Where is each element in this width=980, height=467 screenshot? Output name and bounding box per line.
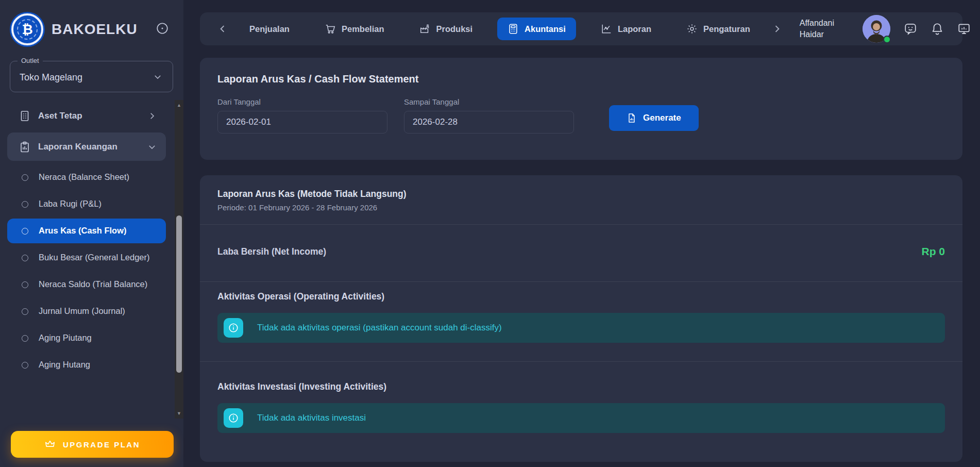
sidebar-item-aset-tetap[interactable]: Aset Tetap [7, 104, 166, 128]
cash-flow-report-card: Laporan Arus Kas (Metode Tidak Langsung)… [200, 175, 962, 462]
radio-bullet-icon [22, 281, 28, 288]
app-name: BAKOELKU [52, 21, 138, 38]
net-income-label: Laba Bersih (Net Income) [217, 246, 326, 257]
operating-empty-banner: Tidak ada aktivitas operasi (pastikan ac… [217, 313, 945, 343]
sidebar-item-laba-rugi[interactable]: Laba Rugi (P&L) [7, 192, 166, 216]
to-date-input[interactable] [404, 111, 574, 134]
info-icon [224, 318, 243, 338]
sidebar: ₿ BAKOELKU Outlet Toko Magelang [0, 0, 183, 467]
from-date-input[interactable] [217, 111, 387, 134]
sidebar-item-neraca-saldo[interactable]: Neraca Saldo (Trial Balance) [7, 272, 166, 297]
top-navbar: Penjualan Pembelian Produksi [200, 12, 962, 45]
sidebar-item-label: Aset Tetap [38, 111, 147, 121]
report-document-icon [627, 113, 637, 123]
sidebar-menu: Aset Tetap Laporan Keuangan Neraca (B [0, 104, 183, 377]
net-income-row: Laba Bersih (Net Income) Rp 0 [200, 225, 962, 281]
from-date-field-group: Dari Tanggal [217, 97, 387, 134]
chevron-right-icon [147, 111, 157, 121]
radio-bullet-icon [22, 228, 28, 235]
investing-empty-banner: Tidak ada aktivitas investasi [217, 403, 945, 433]
radio-bullet-icon [22, 362, 28, 369]
main-area: Penjualan Pembelian Produksi [200, 0, 962, 467]
tab-pengaturan[interactable]: Pengaturan [676, 18, 761, 40]
building-icon [19, 110, 31, 122]
tab-produksi[interactable]: Produksi [409, 18, 483, 40]
radio-bullet-icon [22, 335, 28, 342]
sidebar-scrollbar[interactable]: ▲ ▼ [175, 100, 183, 419]
user-avatar[interactable] [863, 15, 890, 43]
investing-activities-heading: Aktivitas Investasi (Investing Activitie… [217, 381, 945, 392]
sidebar-item-arus-kas[interactable]: Arus Kas (Cash Flow) [7, 219, 166, 243]
report-period: Periode: 01 February 2026 - 28 February … [217, 203, 945, 212]
scrollbar-thumb[interactable] [176, 215, 182, 373]
online-status-dot [883, 36, 891, 43]
sidebar-item-aging-hutang[interactable]: Aging Hutang [7, 353, 166, 377]
chevron-down-icon [153, 72, 162, 81]
filter-form: Dari Tanggal Sampai Tanggal Generate [217, 97, 945, 134]
tab-penjualan[interactable]: Penjualan [239, 19, 300, 40]
outlet-value: Toko Magelang [20, 70, 82, 83]
outlet-selector[interactable]: Outlet Toko Magelang [10, 61, 173, 92]
page-title: Laporan Arus Kas / Cash Flow Statement [217, 73, 945, 85]
nav-scroll-right-icon[interactable] [768, 24, 786, 34]
radio-bullet-icon [22, 201, 28, 208]
operating-activities-heading: Aktivitas Operasi (Operating Activities) [217, 291, 945, 302]
radio-bullet-icon [22, 255, 28, 261]
calculator-icon [508, 23, 519, 35]
radio-bullet-icon [22, 308, 28, 315]
cash-flow-filter-card: Laporan Arus Kas / Cash Flow Statement D… [200, 58, 962, 160]
info-icon [224, 408, 243, 428]
cart-icon [325, 23, 336, 35]
sidebar-item-neraca[interactable]: Neraca (Balance Sheet) [7, 165, 166, 190]
to-date-field-group: Sampai Tanggal [404, 97, 574, 134]
upgrade-plan-label: UPGRADE PLAN [63, 440, 140, 449]
tab-pembelian[interactable]: Pembelian [314, 18, 395, 40]
chart-line-icon [601, 23, 612, 35]
report-header: Laporan Arus Kas (Metode Tidak Langsung)… [200, 175, 962, 224]
net-income-value: Rp 0 [921, 245, 945, 258]
sidebar-collapse-icon[interactable] [156, 22, 169, 35]
user-name: Affandani Haidar [800, 18, 849, 40]
clipboard-icon [19, 141, 31, 153]
scroll-down-icon[interactable]: ▼ [175, 409, 183, 418]
laporan-keuangan-submenu: Neraca (Balance Sheet) Laba Rugi (P&L) A… [0, 165, 183, 377]
operating-empty-message: Tidak ada aktivitas operasi (pastikan ac… [257, 323, 502, 333]
sidebar-item-laporan-keuangan[interactable]: Laporan Keuangan [7, 132, 166, 161]
nav-scroll-left-icon[interactable] [213, 24, 232, 34]
report-title: Laporan Arus Kas (Metode Tidak Langsung) [217, 189, 945, 199]
generate-button-label: Generate [643, 113, 681, 123]
radio-bullet-icon [22, 174, 28, 181]
tab-akuntansi[interactable]: Akuntansi [497, 18, 576, 40]
notifications-bell-icon[interactable] [931, 22, 944, 36]
to-date-label: Sampai Tanggal [404, 97, 574, 106]
brand: ₿ BAKOELKU [0, 0, 183, 45]
scroll-up-icon[interactable]: ▲ [175, 101, 183, 109]
operating-activities-section: Aktivitas Operasi (Operating Activities)… [200, 282, 962, 361]
upgrade-plan-button[interactable]: UPGRADE PLAN [11, 431, 174, 458]
factory-icon [419, 23, 431, 35]
investing-activities-section: Aktivitas Investasi (Investing Activitie… [200, 362, 962, 440]
app-logo-icon: ₿ [11, 13, 43, 45]
chevron-down-icon [147, 142, 157, 152]
sidebar-item-buku-besar[interactable]: Buku Besar (General Ledger) [7, 245, 166, 270]
feedback-chat-icon[interactable] [904, 22, 917, 36]
sidebar-item-jurnal-umum[interactable]: Jurnal Umum (Journal) [7, 299, 166, 324]
crown-icon [44, 439, 56, 450]
sidebar-item-label: Laporan Keuangan [38, 142, 147, 152]
investing-empty-message: Tidak ada aktivitas investasi [257, 413, 366, 423]
outlet-label: Outlet [18, 57, 43, 64]
display-monitor-icon[interactable] [957, 22, 971, 36]
gear-icon [686, 23, 698, 35]
from-date-label: Dari Tanggal [217, 97, 387, 106]
generate-button[interactable]: Generate [609, 105, 699, 131]
navbar-right: Affandani Haidar [768, 15, 971, 43]
tab-laporan[interactable]: Laporan [590, 18, 662, 40]
sidebar-item-aging-piutang[interactable]: Aging Piutang [7, 326, 166, 351]
